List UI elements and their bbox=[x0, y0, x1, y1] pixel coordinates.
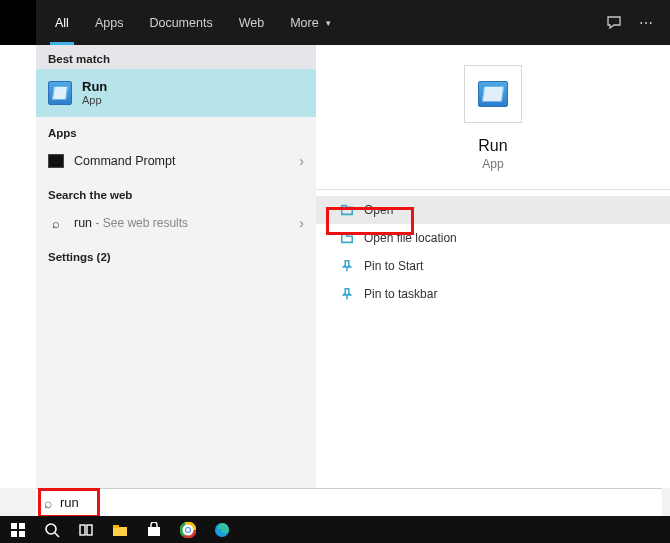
action-pin-to-taskbar[interactable]: Pin to taskbar bbox=[316, 280, 670, 308]
pin-icon bbox=[340, 259, 354, 273]
detail-title: Run bbox=[478, 137, 507, 155]
svg-rect-9 bbox=[148, 527, 160, 536]
svg-rect-7 bbox=[113, 527, 127, 536]
divider bbox=[316, 189, 670, 190]
svg-rect-8 bbox=[113, 525, 119, 528]
action-label: Pin to Start bbox=[364, 259, 423, 273]
action-pin-to-start[interactable]: Pin to Start bbox=[316, 252, 670, 280]
svg-point-15 bbox=[186, 528, 190, 532]
tab-all[interactable]: All bbox=[42, 0, 82, 45]
top-left-corner bbox=[0, 0, 36, 45]
search-icon: ⌕ bbox=[48, 216, 64, 231]
taskbar-file-explorer[interactable] bbox=[104, 516, 136, 543]
run-icon bbox=[478, 81, 508, 107]
detail-pane: Run App Open Open file location Pin to S… bbox=[316, 45, 670, 488]
web-secondary: - See web results bbox=[92, 216, 188, 230]
start-button[interactable] bbox=[2, 516, 34, 543]
run-icon bbox=[48, 81, 72, 105]
search-bar[interactable]: ⌕ bbox=[36, 488, 662, 516]
chevron-right-icon: › bbox=[299, 215, 304, 231]
taskbar-edge[interactable] bbox=[206, 516, 238, 543]
command-prompt-icon bbox=[48, 154, 64, 168]
action-label: Open file location bbox=[364, 231, 457, 245]
search-input[interactable] bbox=[60, 495, 654, 510]
tab-web[interactable]: Web bbox=[226, 0, 277, 45]
section-web: Search the web bbox=[36, 179, 316, 205]
filter-tabs-bar: All Apps Documents Web More ⋯ bbox=[0, 0, 670, 45]
tab-apps[interactable]: Apps bbox=[82, 0, 137, 45]
tab-more[interactable]: More bbox=[277, 0, 343, 45]
action-label: Pin to taskbar bbox=[364, 287, 437, 301]
pin-icon bbox=[340, 287, 354, 301]
svg-rect-1 bbox=[19, 523, 25, 529]
svg-rect-5 bbox=[80, 525, 85, 535]
action-open-file-location[interactable]: Open file location bbox=[316, 224, 670, 252]
chevron-right-icon: › bbox=[299, 153, 304, 169]
best-match-title: Run bbox=[82, 80, 107, 95]
svg-rect-2 bbox=[11, 531, 17, 537]
search-results-panel: Best match Run App Apps Command Prompt ›… bbox=[0, 45, 670, 488]
tab-documents[interactable]: Documents bbox=[136, 0, 225, 45]
feedback-icon[interactable] bbox=[598, 0, 630, 45]
results-list: Best match Run App Apps Command Prompt ›… bbox=[36, 45, 316, 488]
detail-subtitle: App bbox=[482, 157, 503, 171]
best-match-run[interactable]: Run App bbox=[36, 69, 316, 117]
best-match-subtitle: App bbox=[82, 94, 107, 106]
section-apps: Apps bbox=[36, 117, 316, 143]
taskbar-search-button[interactable] bbox=[36, 516, 68, 543]
web-query: run bbox=[74, 216, 92, 230]
result-command-prompt[interactable]: Command Prompt › bbox=[36, 143, 316, 179]
result-label: Command Prompt bbox=[74, 154, 175, 168]
taskbar bbox=[0, 516, 670, 543]
svg-rect-3 bbox=[19, 531, 25, 537]
detail-icon bbox=[464, 65, 522, 123]
action-open[interactable]: Open bbox=[316, 196, 670, 224]
svg-rect-6 bbox=[87, 525, 92, 535]
svg-point-4 bbox=[46, 524, 56, 534]
options-icon[interactable]: ⋯ bbox=[630, 0, 662, 45]
taskbar-chrome[interactable] bbox=[172, 516, 204, 543]
action-label: Open bbox=[364, 203, 393, 217]
result-web-run[interactable]: ⌕ run - See web results › bbox=[36, 205, 316, 241]
search-icon: ⌕ bbox=[44, 495, 52, 511]
taskbar-store[interactable] bbox=[138, 516, 170, 543]
svg-rect-0 bbox=[11, 523, 17, 529]
folder-icon bbox=[340, 231, 354, 245]
open-icon bbox=[340, 203, 354, 217]
taskbar-task-view[interactable] bbox=[70, 516, 102, 543]
section-settings: Settings (2) bbox=[36, 241, 316, 267]
section-best-match: Best match bbox=[36, 45, 316, 69]
